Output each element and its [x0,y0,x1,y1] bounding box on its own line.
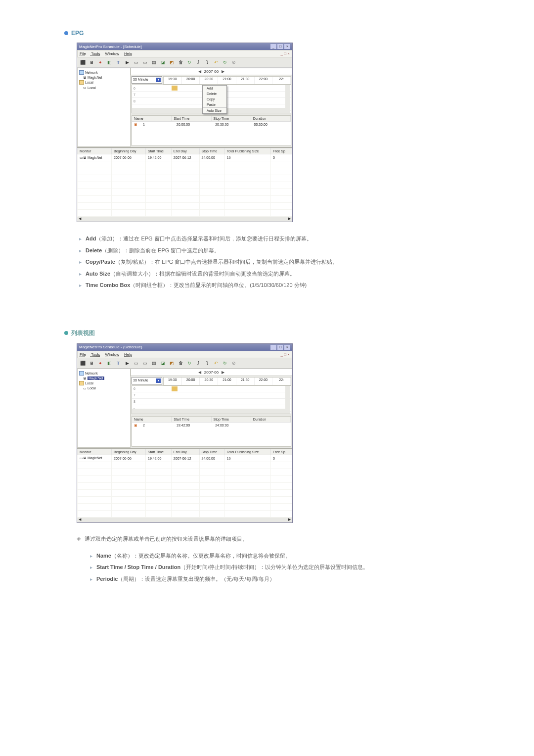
tool-icon[interactable]: ◧ [106,59,113,66]
tool-icon[interactable]: ▤ [150,59,157,66]
tool-icon[interactable]: ▶ [124,59,131,66]
next-arrow[interactable]: ▶ [220,69,226,74]
tool-icon[interactable]: ◪ [159,360,166,367]
titlebar: MagicNetPro Schedule - (Schedule) _ □ × [77,344,292,351]
maximize-button[interactable]: □ [277,44,283,49]
tool-icon[interactable]: ⬛ [79,59,86,66]
tool-icon[interactable]: 🗑 [177,360,184,367]
tool-icon[interactable]: ▤ [150,360,157,367]
tree-node-magicnet[interactable]: 🖥 MagicNet [79,75,129,80]
tool-icon[interactable]: ⤵ [204,59,211,66]
tool-icon[interactable]: ▭ [133,360,139,367]
minimize-button[interactable]: _ [270,345,276,350]
tool-icon[interactable]: ● [97,360,104,367]
tool-icon[interactable]: ↶ [213,360,220,367]
time-unit-select[interactable]: 30 Minute ▾ [132,76,162,84]
ctx-add[interactable]: Add [203,86,226,91]
tool-icon[interactable]: ● [97,59,104,66]
tool-text-icon[interactable]: T [115,59,122,66]
prev-arrow[interactable]: ◀ [196,69,203,74]
tree-node-local-child[interactable]: ▭ Local [79,85,129,90]
menu-window[interactable]: Window [105,352,119,357]
menu-help[interactable]: Help [124,51,132,56]
maximize-button[interactable]: □ [277,345,283,350]
tool-icon[interactable]: ▭ [141,360,148,367]
menu-tools[interactable]: Tools [91,51,100,56]
tool-icon[interactable]: ↻ [222,59,228,66]
ctx-paste[interactable]: Paste [203,102,226,107]
ctx-copy[interactable]: Copy [203,96,226,102]
section-title: 列表视图 [71,329,95,337]
network-icon [79,70,84,75]
tool-icon[interactable]: ▶ [124,360,131,367]
detail-row[interactable]: ▣ 1 20:00:00 20:30:00 00:30:00 [132,122,291,128]
h-scroll-right[interactable]: ▶ [287,217,292,222]
pointer-icon: ▸ [79,281,82,289]
h-scrollbar[interactable] [132,409,286,414]
tool-icon[interactable]: ◪ [159,59,166,66]
time-ruler: 19:30 20:00 20:30 21:00 21:30 22:00 22: [163,377,291,385]
tool-icon[interactable]: ⊘ [230,59,237,66]
v-scrollbar[interactable] [285,85,290,113]
pointer-icon: ▸ [90,552,92,560]
tool-icon[interactable]: ↻ [186,59,193,66]
date-nav: ◀ 2007-06 ▶ [131,68,292,75]
tool-icon[interactable]: 🗑 [177,59,184,66]
tool-icon[interactable]: ↶ [213,59,220,66]
tree-node-network[interactable]: Network [79,70,129,75]
next-arrow[interactable]: ▶ [220,370,226,375]
ctx-delete[interactable]: Delete [203,91,226,96]
schedule-block[interactable] [172,86,178,91]
tree-node-local-child[interactable]: ▭ Local [79,386,129,391]
tool-icon[interactable]: ⤵ [204,360,211,367]
tree-node-magicnet[interactable]: 🖥 MagicNet [79,376,129,380]
ctx-autosize[interactable]: Auto Size [203,107,226,113]
tool-icon[interactable]: ↻ [186,360,193,367]
h-scroll-left[interactable]: ◀ [77,518,83,522]
tool-icon[interactable]: ⤴ [195,360,202,367]
tool-icon[interactable]: ⤴ [195,59,202,66]
schedule-block[interactable] [172,386,178,391]
h-scroll-left[interactable]: ◀ [77,217,83,222]
bottom-row[interactable]: ▭🖥 MagicNet 2007-06-06 19:42:00 2007-06-… [78,455,292,462]
tool-icon[interactable]: ⬛ [79,360,86,367]
time-unit-value: 30 Minute [133,378,148,383]
tool-icon[interactable]: 🖥 [88,59,95,66]
bottom-row[interactable]: ▭🖥 MagicNet 2007-06-06 19:42:00 2007-06-… [78,154,292,161]
tool-icon[interactable]: ⊘ [230,360,237,367]
menu-file[interactable]: File [80,352,86,357]
mdi-buttons[interactable]: _ □ × [281,352,290,357]
timeline-grid[interactable]: 6 7 8 - [132,385,291,414]
pointer-icon: ▸ [90,575,92,583]
menu-window[interactable]: Window [105,51,119,56]
detail-row[interactable]: ▣ 2 19:42:00 24:00:00 [132,423,291,428]
minimize-button[interactable]: _ [270,44,276,49]
h-scroll-right[interactable]: ▶ [287,518,292,522]
menu-tools[interactable]: Tools [91,352,100,357]
tool-icon[interactable]: 🖥 [88,360,95,367]
pointer-icon: ▸ [79,235,82,243]
prev-arrow[interactable]: ◀ [196,370,203,375]
folder-icon [79,80,84,85]
date-nav: ◀ 2007-06 ▶ [131,369,292,376]
toolbar: ⬛ 🖥 ● ◧ T ▶ ▭ ▭ ▤ ◪ ◩ 🗑 ↻ ⤴ ⤵ ↶ ↻ ⊘ [77,358,292,369]
time-unit-select[interactable]: 30 Minute ▾ [132,377,162,384]
mdi-buttons[interactable]: _ □ × [281,51,290,56]
menu-help[interactable]: Help [124,352,132,357]
tree-node-local[interactable]: Local [79,380,129,386]
bullet-icon [64,331,68,335]
tree-node-local[interactable]: Local [79,80,129,85]
tool-icon[interactable]: ◩ [168,360,175,367]
tool-text-icon[interactable]: T [115,360,122,367]
tree-node-network[interactable]: Network [79,371,129,376]
v-scrollbar[interactable] [285,386,290,414]
close-button[interactable]: × [284,345,290,350]
tool-icon[interactable]: ◧ [106,360,113,367]
menu-file[interactable]: File [80,51,86,56]
context-menu: Add Delete Copy Paste Auto Size [202,85,227,114]
close-button[interactable]: × [284,44,290,49]
tool-icon[interactable]: ◩ [168,59,175,66]
tool-icon[interactable]: ▭ [133,59,139,66]
tool-icon[interactable]: ▭ [141,59,148,66]
tool-icon[interactable]: ↻ [222,360,228,367]
